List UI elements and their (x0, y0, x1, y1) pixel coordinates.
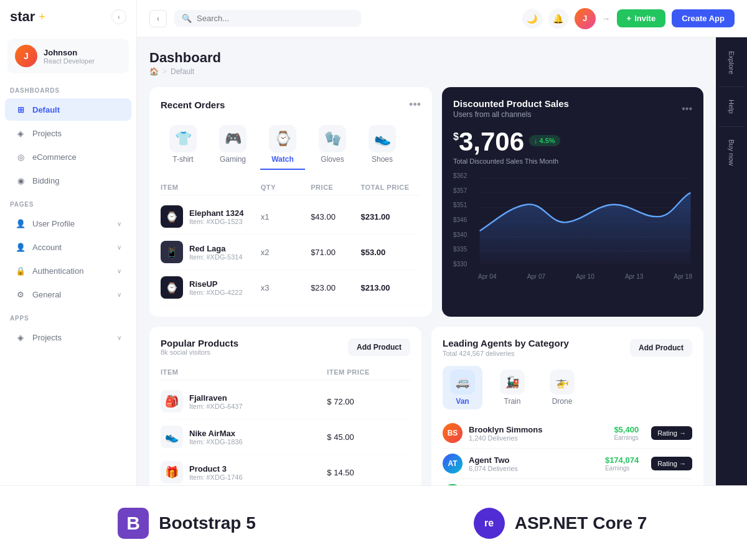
sidebar-collapse-button[interactable]: ‹ (111, 9, 126, 24)
product-name: Fjallraven (189, 393, 243, 403)
sidebar-item-label: Account (32, 243, 62, 252)
avatar: BS (443, 423, 463, 443)
product-icon: 🎁 (161, 461, 183, 483)
topbar-right: 🌙 🔔 J → + Invite Create App (522, 8, 735, 29)
earnings-label: Earnings (614, 434, 639, 441)
sidebar-item-general[interactable]: ⚙ General ∨ (5, 283, 131, 306)
product-price: $ 14.50 (327, 468, 410, 477)
products-subtitle: 8k social visitors (161, 348, 238, 356)
tab-label: Gaming (220, 155, 246, 164)
agent-name: Brooklyn Simmons (469, 425, 608, 434)
rating-button[interactable]: Rating → (651, 457, 692, 470)
avatar: AT (443, 454, 463, 474)
table-row: 📱 Red Laga Item: #XDG-5314 x2 $71.00 $53… (161, 235, 421, 270)
orders-table-header: ITEM QTY PRICE TOTAL PRICE (161, 180, 421, 195)
list-item: BS Brooklyn Simmons 1,240 Deliveries $5,… (443, 418, 692, 449)
chevron-down-icon: ∨ (117, 268, 121, 274)
sales-label: Total Discounted Sales This Month (453, 157, 692, 165)
help-label: Help (728, 100, 735, 114)
sidebar-item-label: Authentication (32, 266, 83, 276)
plus-icon: + (627, 14, 632, 23)
sales-chart (478, 172, 692, 272)
sidebar-item-authentication[interactable]: 🔒 Authentication ∨ (5, 259, 131, 282)
sidebar-item-label: eCommerce (32, 152, 77, 162)
sales-subtitle: Users from all channels (453, 110, 569, 119)
sidebar-divider (719, 126, 744, 127)
aspnet-icon: re (474, 508, 505, 539)
recent-orders-card: Recent Orders ••• 👕 T-shirt 🎮 Gaming (149, 87, 432, 317)
section-label-pages: PAGES (0, 192, 136, 212)
right-sidebar: Explore Help Buy now (716, 37, 747, 560)
agent-earnings: $5,400 (614, 425, 639, 434)
sidebar-item-default[interactable]: ⊞ Default (5, 98, 131, 121)
notification-button[interactable]: 🔔 (548, 9, 568, 29)
sidebar: star + ‹ J Johnson React Developer DASHB… (0, 0, 137, 560)
tab-watch[interactable]: ⌚ Watch (260, 120, 305, 170)
sidebar-item-label: User Profile (32, 219, 75, 228)
apps-projects-icon: ◈ (15, 332, 26, 343)
grid-icon: ⊞ (15, 104, 26, 115)
product-name: Nike AirMax (189, 429, 243, 438)
agents-title: Leading Agents by Category (443, 338, 569, 348)
more-options-icon[interactable]: ••• (682, 103, 692, 114)
table-row: ⌚ Elephant 1324 Item: #XDG-1523 x1 $43.0… (161, 199, 421, 235)
topbar-collapse-button[interactable]: ‹ (149, 10, 167, 27)
user-name: Johnson (44, 48, 95, 57)
add-product-button[interactable]: Add Product (348, 338, 410, 356)
aspnet-label: ASP.NET Core 7 (515, 513, 647, 533)
theme-toggle-button[interactable]: 🌙 (522, 9, 542, 29)
item-icon: ⌚ (161, 205, 183, 228)
item-price: $71.00 (311, 248, 360, 257)
sidebar-item-projects[interactable]: ◈ Projects (5, 122, 131, 144)
sidebar-item-account[interactable]: 👤 Account ∨ (5, 236, 131, 258)
tab-train[interactable]: 🚂 Train (492, 366, 532, 409)
dashboard-grid: Recent Orders ••• 👕 T-shirt 🎮 Gaming (149, 87, 703, 317)
overlay-banners: B Bootstrap 5 re ASP.NET Core 7 (0, 485, 747, 560)
bidding-icon: ◉ (15, 175, 26, 186)
sidebar-item-explore[interactable]: Explore (723, 45, 740, 80)
sidebar-item-ecommerce[interactable]: ◎ eCommerce (5, 146, 131, 168)
avatar[interactable]: J (575, 8, 596, 29)
tab-tshirt[interactable]: 👕 T-shirt (161, 120, 205, 170)
sidebar-item-buy-now[interactable]: Buy now (723, 133, 740, 172)
item-qty: x2 (261, 248, 311, 257)
item-price: $23.00 (311, 283, 360, 292)
content-area: Dashboard 🏠 > Default Recent Orders ••• (137, 37, 747, 560)
add-product-button[interactable]: Add Product (630, 339, 692, 357)
tab-label: Gloves (321, 155, 344, 164)
tab-gaming[interactable]: 🎮 Gaming (210, 120, 255, 170)
more-options-icon[interactable]: ••• (409, 98, 421, 111)
sales-amount: $ 3,706 ↓ 4.5% (453, 129, 692, 155)
tab-label: Drone (552, 397, 573, 406)
product-name: Product 3 (189, 464, 243, 474)
discounted-sales-card: Discounted Product Sales Users from all … (442, 87, 703, 317)
create-app-button[interactable]: Create App (672, 9, 735, 27)
product-id: Item: #XDG-6437 (189, 403, 243, 410)
sidebar-item-apps-projects[interactable]: ◈ Projects ∨ (5, 326, 131, 348)
sales-title: Discounted Product Sales (453, 98, 569, 109)
search-input[interactable] (197, 14, 354, 23)
logo-plus: + (39, 11, 45, 24)
tab-shoes[interactable]: 👟 Shoes (360, 120, 405, 170)
product-icon: 🎒 (161, 390, 183, 413)
arrow-right-icon[interactable]: → (602, 14, 611, 24)
tab-drone[interactable]: 🚁 Drone (542, 366, 582, 409)
sidebar-item-label: Projects (32, 129, 62, 138)
rating-button[interactable]: Rating → (651, 426, 692, 440)
aspnet-banner: re ASP.NET Core 7 (374, 485, 747, 560)
invite-button[interactable]: + Invite (617, 9, 666, 27)
account-icon: 👤 (15, 241, 26, 253)
item-name: RiseUP (189, 279, 243, 289)
page-header: Dashboard 🏠 > Default (149, 50, 703, 76)
sidebar-item-user-profile[interactable]: 👤 User Profile ∨ (5, 212, 131, 235)
tab-label: T-shirt (172, 155, 193, 164)
tab-van[interactable]: 🚐 Van (443, 366, 482, 409)
item-id: Item: #XDG-4222 (189, 289, 243, 296)
sidebar-item-help[interactable]: Help (723, 93, 740, 120)
sidebar-item-bidding[interactable]: ◉ Bidding (5, 169, 131, 192)
breadcrumb: 🏠 > Default (149, 67, 221, 76)
tab-gloves[interactable]: 🧤 Gloves (310, 120, 355, 170)
tab-label: Watch (271, 155, 294, 164)
sidebar-item-label: Bidding (32, 176, 59, 185)
shoes-icon: 👟 (369, 125, 396, 152)
